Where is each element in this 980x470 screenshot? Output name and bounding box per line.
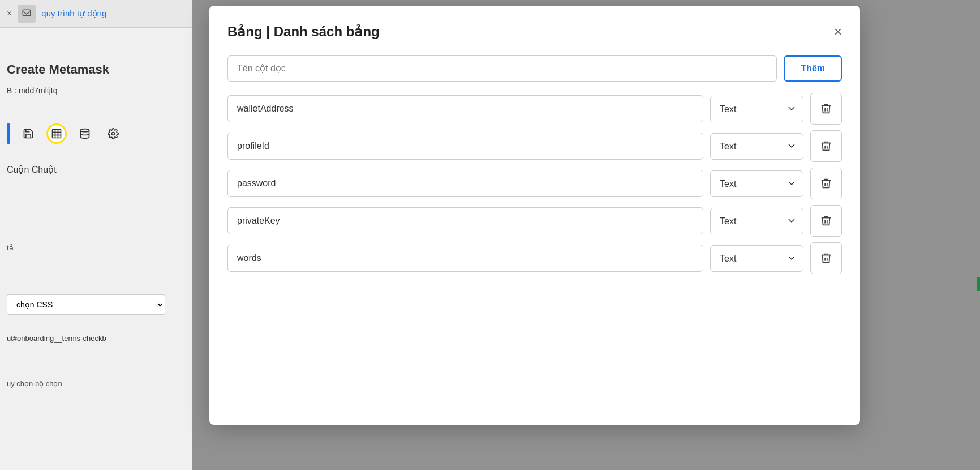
save-button[interactable] xyxy=(18,123,38,144)
field-type-wrapper: TextNumberBooleanDate xyxy=(710,245,803,272)
add-column-row: Thêm xyxy=(227,55,842,82)
add-column-button[interactable]: Thêm xyxy=(784,55,842,82)
sidebar-tab-title: quy trình tự động xyxy=(41,8,106,19)
delete-field-button[interactable] xyxy=(810,93,842,125)
settings-button[interactable] xyxy=(103,123,123,144)
sidebar-automation-section: Create Metamask xyxy=(0,57,192,83)
sidebar-section-title: Cuộn Chuột xyxy=(7,164,57,175)
css-selector-select[interactable]: chọn CSS xyxy=(7,294,165,315)
table-row: wordsTextNumberBooleanDate xyxy=(227,242,842,274)
field-type-wrapper: TextNumberBooleanDate xyxy=(710,96,803,122)
delete-field-button[interactable] xyxy=(810,205,842,237)
modal-dialog: Bảng | Danh sách bảng × Thêm walletAddre… xyxy=(209,6,860,425)
field-rows-container: walletAddressTextNumberBooleanDate profi… xyxy=(227,93,842,274)
sidebar-header: × quy trình tự động xyxy=(0,0,192,28)
css-selector-dropdown[interactable]: chọn CSS xyxy=(7,294,165,315)
field-type-select[interactable]: TextNumberBooleanDate xyxy=(710,245,803,272)
field-name-label: words xyxy=(227,245,703,272)
field-type-select[interactable]: TextNumberBooleanDate xyxy=(710,133,803,160)
field-type-select[interactable]: TextNumberBooleanDate xyxy=(710,170,803,197)
svg-point-6 xyxy=(81,129,89,132)
field-name-label: profileId xyxy=(227,133,703,160)
field-type-wrapper: TextNumberBooleanDate xyxy=(710,208,803,234)
table-button[interactable] xyxy=(46,123,67,144)
database-button[interactable] xyxy=(75,123,95,144)
selector-value: ut#onboarding__terms-checkb xyxy=(7,334,106,343)
sidebar-bottom-text: uy chọn bộ chọn xyxy=(7,379,62,388)
table-row: passwordTextNumberBooleanDate xyxy=(227,168,842,199)
svg-rect-1 xyxy=(53,130,61,138)
delete-field-button[interactable] xyxy=(810,168,842,199)
field-type-select[interactable]: TextNumberBooleanDate xyxy=(710,208,803,234)
sidebar-close-button[interactable]: × xyxy=(7,8,12,19)
modal-close-button[interactable]: × xyxy=(834,25,842,39)
sidebar-input-label: tả xyxy=(7,243,14,252)
table-row: walletAddressTextNumberBooleanDate xyxy=(227,93,842,125)
delete-field-button[interactable] xyxy=(810,242,842,274)
message-icon xyxy=(18,5,36,23)
modal-title: Bảng | Danh sách bảng xyxy=(227,24,380,40)
blue-indicator xyxy=(7,123,10,144)
sidebar-id: B : mdd7mltjtq xyxy=(7,86,57,95)
table-row: profileIdTextNumberBooleanDate xyxy=(227,130,842,162)
field-type-select[interactable]: TextNumberBooleanDate xyxy=(710,96,803,122)
delete-field-button[interactable] xyxy=(810,130,842,162)
field-name-label: walletAddress xyxy=(227,95,703,122)
table-row: privateKeyTextNumberBooleanDate xyxy=(227,205,842,237)
column-name-input[interactable] xyxy=(227,55,777,82)
field-name-label: password xyxy=(227,170,703,197)
svg-point-7 xyxy=(112,133,115,135)
toolbar xyxy=(0,119,192,148)
field-type-wrapper: TextNumberBooleanDate xyxy=(710,133,803,160)
modal-header: Bảng | Danh sách bảng × xyxy=(227,24,842,40)
field-type-wrapper: TextNumberBooleanDate xyxy=(710,170,803,197)
automation-title: Create Metamask xyxy=(7,62,186,77)
field-name-label: privateKey xyxy=(227,207,703,234)
